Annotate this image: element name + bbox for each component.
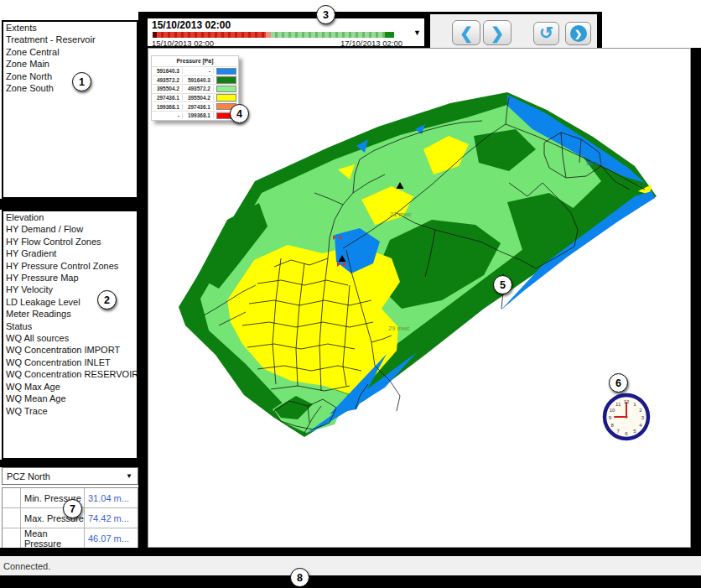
layer-list-item[interactable]: WQ Max Age: [3, 381, 137, 393]
legend-row: 493572.2 591640.3: [152, 75, 238, 85]
timeline-widget[interactable]: 15/10/2013 02:00 15/10/2013 02:00 17/10/…: [146, 17, 426, 48]
timeline-end-label: 17/10/2013 02:00: [340, 39, 402, 48]
legend-color-swatch: [216, 86, 236, 93]
callout-8: 8: [290, 568, 309, 587]
row-selector-cell: [3, 508, 21, 528]
timeline-dropdown-icon[interactable]: ▼: [413, 29, 421, 37]
svg-text:10: 10: [610, 408, 615, 413]
chevron-down-icon: ▼: [126, 472, 138, 480]
callout-1: 1: [72, 72, 91, 91]
legend-row: 199368.1 297436.1: [152, 101, 238, 111]
callout-2: 2: [97, 290, 117, 310]
layer-list-item[interactable]: WQ Concentration IMPORT: [3, 344, 137, 356]
playback-button-panel: ❮ ❯ ↺ ❯: [430, 14, 597, 48]
legend-color-swatch: [216, 68, 236, 75]
callout-7: 7: [63, 499, 82, 518]
legend-color-swatch: [216, 76, 236, 84]
legend-row: - 199368.1: [152, 111, 238, 120]
refresh-button[interactable]: ↺: [533, 22, 559, 45]
stat-value: 74.42 m...: [85, 508, 138, 528]
legend-range-from: -: [152, 112, 183, 118]
divider-bar-bottom: [0, 548, 701, 556]
legend-row: 297436.1 395504.2: [152, 93, 238, 102]
legend-color-swatch: [216, 94, 236, 101]
zone-list-item[interactable]: Zone South: [3, 82, 137, 94]
legend-range-from: 395504.2: [152, 86, 183, 91]
clock-widget: 12 1 2 3 4 5 6 7 8 9 10 11: [605, 395, 648, 439]
legend-range-from: 297436.1: [152, 95, 183, 101]
layer-list-item[interactable]: WQ Trace: [3, 405, 137, 417]
pressure-label-29: 29 mwc: [388, 325, 410, 332]
step-forward-button[interactable]: ❯: [483, 20, 511, 45]
svg-text:11: 11: [615, 402, 621, 407]
layer-list-item[interactable]: WQ Concentration RESERVOIR: [3, 368, 137, 380]
legend-range-to: 395504.2: [183, 95, 214, 101]
legend-range-from: 591640.3: [152, 68, 183, 74]
stat-value: 31.04 m...: [85, 488, 138, 507]
legend-range-from: 493572.2: [152, 77, 183, 83]
layer-list-item[interactable]: WQ Concentration INLET: [3, 356, 137, 368]
layer-list-item[interactable]: LD Leakage Level: [3, 296, 137, 308]
timeline-slider[interactable]: [153, 32, 394, 38]
layer-list-item[interactable]: HY Demand / Flow: [3, 223, 137, 235]
vertical-divider: [138, 12, 148, 556]
zone-list-item[interactable]: Zone Main: [3, 58, 137, 70]
map-panel: 21 mwc 29 mwc 58 mwc 12 1 2 3 4 5 6 7 8 …: [148, 48, 691, 548]
legend-range-from: 199368.1: [152, 104, 183, 110]
layer-list-item[interactable]: Meter Readings: [3, 308, 137, 320]
layer-list-item[interactable]: WQ All sources: [3, 332, 137, 344]
pressure-legend[interactable]: Pressure [Pa] 591640.3 - 493572.2 591640…: [151, 55, 239, 121]
callout-6: 6: [609, 373, 628, 393]
timeline-remaining-segment: [271, 32, 385, 38]
right-edge-strip: [691, 48, 701, 556]
layer-list-item[interactable]: Elevation: [3, 211, 137, 223]
layer-list-item[interactable]: Status: [3, 320, 137, 332]
callout-4: 4: [230, 104, 249, 123]
layer-list: ElevationHY Demand / FlowHY Flow Control…: [2, 210, 138, 460]
play-button[interactable]: ❯: [565, 22, 591, 45]
timeline-elapsed-segment: [157, 32, 266, 38]
table-row: Mean Pressure 46.07 m...: [3, 528, 138, 549]
chevron-left-icon: ❮: [460, 25, 473, 41]
pressure-label-58: 58 mwc: [586, 159, 608, 167]
pressure-label-21: 21 mwc: [390, 211, 412, 218]
play-icon: ❯: [570, 25, 587, 42]
zone-list-item[interactable]: Extents: [3, 22, 137, 34]
legend-range-to: -: [183, 68, 214, 74]
chevron-right-icon: ❯: [491, 25, 504, 41]
layer-list-item[interactable]: HY Pressure Control Zones: [3, 260, 137, 272]
legend-row: 591640.3 -: [152, 66, 238, 75]
status-text: Connected.: [0, 561, 50, 571]
stat-label: Mean Pressure: [21, 528, 85, 548]
divider-bar-top: [0, 199, 148, 210]
layer-list-item[interactable]: HY Velocity: [3, 284, 137, 295]
zone-list-item[interactable]: Zone North: [3, 70, 137, 82]
timeline-start-label: 15/10/2013 02:00: [152, 39, 214, 48]
timeline-current-datetime: 15/10/2013 02:00: [152, 19, 231, 31]
legend-range-to: 591640.3: [183, 77, 214, 83]
legend-range-to: 493572.2: [183, 86, 214, 91]
callout-3: 3: [316, 5, 335, 24]
status-bar: Connected.: [0, 556, 701, 575]
app-window: { "colors":{ "map_dark_green":"#0d7f10",…: [0, 0, 701, 588]
stat-value: 46.07 m...: [85, 528, 138, 548]
legend-range-to: 199368.1: [183, 112, 214, 118]
pcz-selector-value: PCZ North: [3, 471, 126, 481]
legend-title: Pressure [Pa]: [152, 56, 238, 66]
layer-list-item[interactable]: HY Pressure Map: [3, 272, 137, 284]
timeline-end-block: [385, 32, 394, 38]
zone-list-item[interactable]: Zone Central: [3, 46, 137, 58]
row-selector-cell: [3, 488, 21, 507]
layer-list-item[interactable]: WQ Mean Age: [3, 393, 137, 404]
legend-row: 395504.2 493572.2: [152, 84, 238, 93]
zone-list-item[interactable]: Treatment - Reservoir: [3, 34, 137, 45]
pcz-selector[interactable]: PCZ North ▼: [2, 467, 138, 485]
layer-list-item[interactable]: HY Gradient: [3, 247, 137, 259]
pressure-map-canvas[interactable]: 21 mwc 29 mwc 58 mwc 12 1 2 3 4 5 6 7 8 …: [148, 49, 690, 547]
callout-5: 5: [493, 275, 512, 294]
bottom-edge-strip: [0, 575, 701, 588]
divider-bar-mid: [0, 460, 148, 467]
step-back-button[interactable]: ❮: [452, 20, 480, 45]
legend-range-to: 297436.1: [183, 104, 214, 110]
layer-list-item[interactable]: HY Flow Control Zones: [3, 236, 137, 247]
